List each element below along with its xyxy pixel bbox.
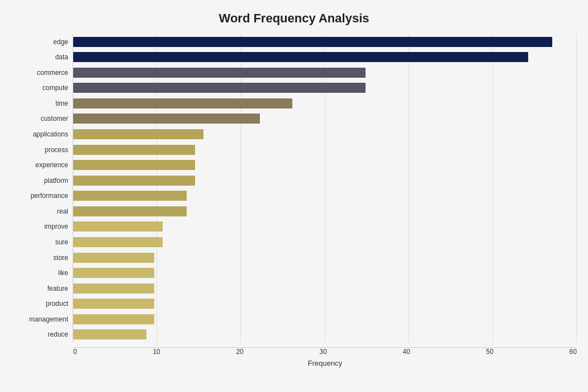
y-label-real: real bbox=[57, 204, 68, 219]
bar-edge bbox=[73, 37, 552, 47]
y-label-experience: experience bbox=[35, 158, 68, 173]
y-label-data: data bbox=[55, 50, 68, 65]
y-label-commerce: commerce bbox=[37, 65, 68, 80]
bar-row-store bbox=[73, 250, 577, 265]
y-label-customer: customer bbox=[41, 111, 68, 126]
bar-reduce bbox=[73, 329, 146, 339]
bar-row-edge bbox=[73, 34, 577, 49]
bar-row-feature bbox=[73, 281, 577, 296]
bar-row-data bbox=[73, 50, 577, 65]
bar-real bbox=[73, 206, 187, 216]
bar-row-product bbox=[73, 296, 577, 311]
y-label-management: management bbox=[29, 311, 68, 327]
bar-row-applications bbox=[73, 126, 577, 141]
bar-row-experience bbox=[73, 158, 577, 173]
bar-sure bbox=[73, 237, 163, 247]
bar-improve bbox=[73, 221, 163, 232]
x-axis-container: 0102030405060 Frequency bbox=[73, 347, 577, 367]
x-tick-50: 50 bbox=[486, 348, 494, 356]
y-label-applications: applications bbox=[33, 126, 68, 141]
bar-commerce bbox=[73, 68, 366, 78]
bar-applications bbox=[73, 129, 203, 139]
bar-compute bbox=[73, 83, 366, 93]
bar-row-performance bbox=[73, 188, 577, 204]
x-tick-30: 30 bbox=[319, 348, 326, 356]
bar-management bbox=[73, 314, 154, 324]
y-label-performance: performance bbox=[31, 188, 68, 204]
y-label-improve: improve bbox=[44, 219, 68, 234]
y-label-platform: platform bbox=[44, 173, 68, 188]
bar-customer bbox=[73, 114, 260, 124]
y-label-feature: feature bbox=[48, 281, 68, 296]
bar-data bbox=[73, 52, 528, 62]
bar-time bbox=[73, 98, 292, 108]
bar-experience bbox=[73, 160, 195, 170]
bar-row-customer bbox=[73, 111, 577, 126]
bar-feature bbox=[73, 284, 154, 294]
bar-row-management bbox=[73, 311, 577, 327]
bar-row-improve bbox=[73, 219, 577, 234]
y-label-time: time bbox=[55, 96, 68, 111]
bar-process bbox=[73, 145, 195, 155]
bar-platform bbox=[73, 176, 195, 186]
bar-row-platform bbox=[73, 173, 577, 188]
bar-performance bbox=[73, 191, 187, 201]
bar-product bbox=[73, 299, 154, 309]
bar-row-commerce bbox=[73, 65, 577, 80]
x-axis-label: Frequency bbox=[308, 359, 342, 367]
bar-like bbox=[73, 268, 154, 278]
y-label-edge: edge bbox=[53, 34, 68, 49]
x-ticks: 0102030405060 bbox=[73, 348, 577, 357]
bar-row-compute bbox=[73, 81, 577, 96]
bar-row-reduce bbox=[73, 327, 577, 342]
y-label-process: process bbox=[45, 142, 68, 157]
bar-row-like bbox=[73, 266, 577, 281]
bar-row-process bbox=[73, 142, 577, 157]
y-label-sure: sure bbox=[55, 235, 68, 250]
bar-row-time bbox=[73, 96, 577, 111]
x-tick-60: 60 bbox=[570, 348, 577, 356]
chart-title: Word Frequency Analysis bbox=[11, 6, 577, 34]
chart-container: Word Frequency Analysis edgedatacommerce… bbox=[0, 0, 588, 392]
bar-store bbox=[73, 253, 154, 263]
y-label-like: like bbox=[58, 266, 68, 281]
bars-container bbox=[73, 34, 577, 342]
x-tick-10: 10 bbox=[153, 348, 160, 356]
bar-row-sure bbox=[73, 235, 577, 250]
y-label-reduce: reduce bbox=[48, 327, 68, 342]
x-tick-20: 20 bbox=[236, 348, 243, 356]
chart-area: edgedatacommercecomputetimecustomerappli… bbox=[11, 34, 577, 342]
plot-area: 0102030405060 Frequency bbox=[73, 34, 577, 342]
y-axis: edgedatacommercecomputetimecustomerappli… bbox=[11, 34, 73, 342]
x-tick-40: 40 bbox=[403, 348, 410, 356]
y-label-store: store bbox=[53, 250, 68, 265]
bar-row-real bbox=[73, 204, 577, 219]
x-tick-0: 0 bbox=[73, 348, 77, 356]
y-label-product: product bbox=[46, 296, 68, 311]
y-label-compute: compute bbox=[42, 81, 68, 96]
